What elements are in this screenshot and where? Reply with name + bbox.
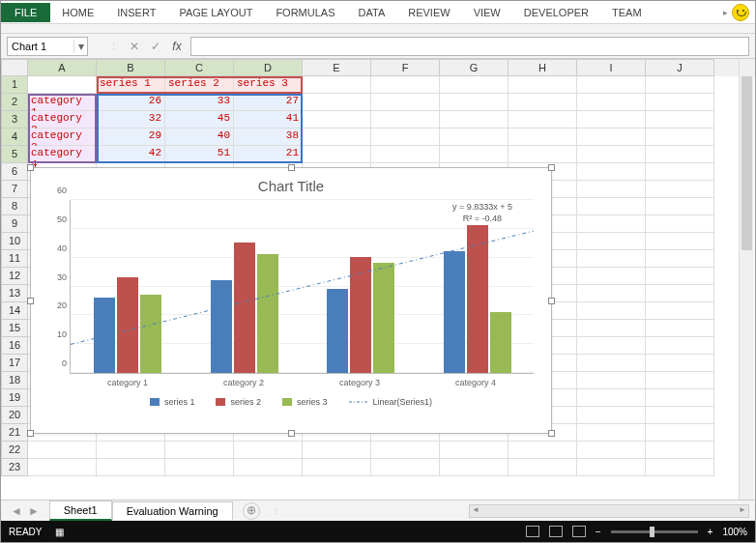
cell[interactable] xyxy=(440,442,509,459)
cell[interactable]: category 3 xyxy=(28,129,97,146)
resize-handle[interactable] xyxy=(288,430,295,437)
cell[interactable] xyxy=(509,146,577,163)
sheet-nav-next-icon[interactable]: ► xyxy=(28,504,40,518)
row-header[interactable]: 3 xyxy=(1,111,28,129)
cell[interactable] xyxy=(577,198,646,215)
resize-handle[interactable] xyxy=(288,164,295,171)
resize-handle[interactable] xyxy=(548,298,555,304)
cell[interactable] xyxy=(646,76,714,94)
cell[interactable]: 26 xyxy=(97,94,165,111)
row-header[interactable]: 16 xyxy=(1,337,28,355)
bar-group[interactable] xyxy=(444,225,511,373)
cell[interactable] xyxy=(646,94,714,111)
cell[interactable] xyxy=(577,268,646,285)
row-header[interactable]: 12 xyxy=(1,268,28,285)
row-header[interactable]: 4 xyxy=(1,129,28,146)
cell[interactable]: series 2 xyxy=(165,76,234,94)
cell[interactable] xyxy=(577,337,646,355)
bar[interactable] xyxy=(444,251,465,373)
resize-handle[interactable] xyxy=(27,164,34,171)
chart-plot-area[interactable]: y = 9.8333x + 5 R² = -0.48 0102030405060 xyxy=(70,200,534,374)
cell[interactable]: 32 xyxy=(97,111,165,129)
cell[interactable] xyxy=(371,129,440,146)
cell[interactable] xyxy=(371,146,440,163)
bar[interactable] xyxy=(373,263,394,373)
name-box[interactable]: ▾ xyxy=(7,37,88,56)
cell[interactable] xyxy=(509,459,577,476)
row-header[interactable]: 23 xyxy=(1,459,28,476)
cell[interactable] xyxy=(165,459,234,476)
cell[interactable] xyxy=(646,215,714,233)
cell[interactable] xyxy=(646,372,714,389)
tab-developer[interactable]: DEVELOPER xyxy=(512,3,600,22)
cell[interactable] xyxy=(577,215,646,233)
sheet-nav-prev-icon[interactable]: ◄ xyxy=(11,504,22,518)
view-normal-icon[interactable] xyxy=(526,526,539,537)
col-header[interactable]: H xyxy=(509,59,577,76)
view-pagelayout-icon[interactable] xyxy=(549,526,563,537)
cell[interactable] xyxy=(303,146,371,163)
row-header[interactable]: 10 xyxy=(1,233,28,250)
bar-group[interactable] xyxy=(211,243,278,373)
cell[interactable] xyxy=(646,424,714,442)
cell[interactable] xyxy=(28,459,97,476)
chart-legend[interactable]: series 1series 2series 3Linear(Series1) xyxy=(31,387,551,416)
cell[interactable] xyxy=(577,459,646,476)
cell[interactable]: 33 xyxy=(165,94,234,111)
bar-group[interactable] xyxy=(94,277,161,373)
cell[interactable] xyxy=(646,146,714,163)
ribbon-collapse-icon[interactable]: ▸ xyxy=(723,8,728,17)
cell[interactable] xyxy=(28,76,97,94)
cell[interactable] xyxy=(303,459,371,476)
cell[interactable] xyxy=(371,76,440,94)
bar[interactable] xyxy=(257,254,278,373)
cell[interactable] xyxy=(28,442,97,459)
cell[interactable] xyxy=(303,94,371,111)
cell[interactable] xyxy=(577,129,646,146)
add-sheet-button[interactable]: ⊕ xyxy=(243,502,260,520)
cell[interactable] xyxy=(577,163,646,181)
sheet-tab[interactable]: Evaluation Warning xyxy=(112,501,233,520)
cell[interactable] xyxy=(303,129,371,146)
chart-title[interactable]: Chart Title xyxy=(31,168,551,200)
cell[interactable] xyxy=(509,76,577,94)
cell[interactable] xyxy=(646,302,714,320)
cell[interactable]: series 1 xyxy=(97,76,165,94)
cell[interactable] xyxy=(234,442,303,459)
cell[interactable] xyxy=(577,285,646,302)
tab-team[interactable]: TEAM xyxy=(600,3,654,22)
cell[interactable] xyxy=(646,129,714,146)
bar[interactable] xyxy=(140,295,161,373)
cell[interactable] xyxy=(509,111,577,129)
cell[interactable] xyxy=(646,320,714,337)
row-header[interactable]: 11 xyxy=(1,250,28,268)
cell[interactable] xyxy=(577,407,646,424)
smiley-icon[interactable] xyxy=(732,4,749,21)
cell[interactable]: 45 xyxy=(165,111,234,129)
cell[interactable] xyxy=(646,111,714,129)
col-header[interactable]: E xyxy=(303,59,371,76)
cell[interactable] xyxy=(440,129,509,146)
cell[interactable] xyxy=(509,442,577,459)
tab-home[interactable]: HOME xyxy=(50,3,105,22)
scrollbar-thumb[interactable] xyxy=(741,76,752,250)
cell[interactable] xyxy=(577,424,646,442)
cell[interactable] xyxy=(371,442,440,459)
bar[interactable] xyxy=(350,257,371,373)
cell[interactable] xyxy=(577,372,646,389)
tab-review[interactable]: REVIEW xyxy=(396,3,461,22)
cell[interactable] xyxy=(646,181,714,198)
col-header[interactable]: G xyxy=(440,59,509,76)
col-header[interactable]: A xyxy=(28,59,97,76)
cell[interactable] xyxy=(577,146,646,163)
legend-item[interactable]: series 3 xyxy=(282,397,328,407)
row-header[interactable]: 13 xyxy=(1,285,28,302)
cell[interactable] xyxy=(371,111,440,129)
sheet-tab-active[interactable]: Sheet1 xyxy=(49,500,112,521)
cell[interactable] xyxy=(646,389,714,407)
bar[interactable] xyxy=(467,225,488,373)
row-header[interactable]: 2 xyxy=(1,94,28,111)
cell[interactable] xyxy=(577,302,646,320)
cell[interactable] xyxy=(371,94,440,111)
cell[interactable] xyxy=(97,459,165,476)
